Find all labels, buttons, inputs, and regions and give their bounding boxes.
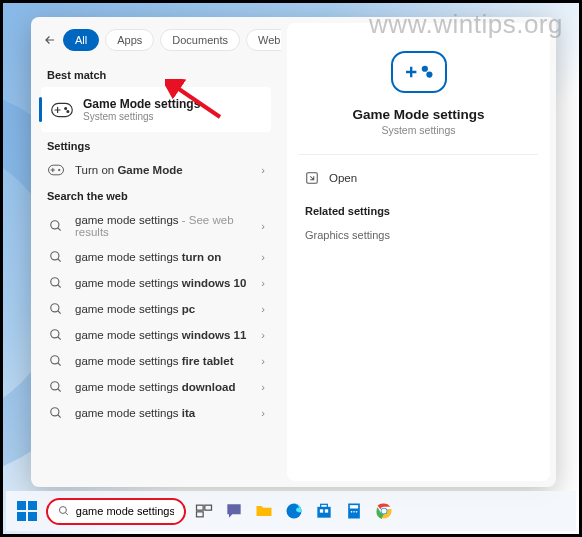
- graphics-settings-link[interactable]: Graphics settings: [303, 225, 534, 245]
- svg-rect-38: [317, 507, 330, 518]
- web-result-item[interactable]: game mode settings pc ›: [31, 296, 281, 322]
- svg-point-13: [51, 278, 59, 286]
- back-button[interactable]: [43, 27, 57, 53]
- chevron-right-icon: ›: [261, 164, 265, 176]
- svg-point-49: [382, 509, 387, 514]
- svg-point-28: [427, 73, 431, 77]
- game-controller-icon: [47, 164, 65, 176]
- edge-icon[interactable]: [282, 499, 306, 523]
- calculator-icon[interactable]: [342, 499, 366, 523]
- search-icon: [47, 354, 65, 368]
- game-controller-icon-large: [391, 51, 447, 93]
- web-result-text: game mode settings ita: [75, 407, 251, 419]
- start-button[interactable]: [14, 498, 40, 524]
- file-explorer-icon[interactable]: [252, 499, 276, 523]
- svg-point-11: [51, 252, 59, 260]
- store-icon[interactable]: [312, 499, 336, 523]
- svg-rect-35: [205, 505, 212, 510]
- web-result-item[interactable]: game mode settings windows 11 ›: [31, 322, 281, 348]
- svg-rect-34: [197, 505, 204, 510]
- search-web-label: Search the web: [31, 182, 281, 208]
- svg-line-33: [65, 512, 67, 514]
- search-icon: [47, 406, 65, 420]
- search-icon: [58, 504, 70, 518]
- svg-rect-43: [350, 505, 358, 508]
- tab-documents[interactable]: Documents: [160, 29, 240, 51]
- search-icon: [47, 219, 65, 233]
- web-result-item[interactable]: game mode settings download ›: [31, 374, 281, 400]
- web-result-text: game mode settings fire tablet: [75, 355, 251, 367]
- web-result-item[interactable]: game mode settings ita ›: [31, 400, 281, 426]
- best-match-title: Game Mode settings: [83, 97, 200, 111]
- best-match-label: Best match: [31, 61, 281, 87]
- filter-tabs-bar: All Apps Documents Web Settings Folders …: [31, 17, 281, 61]
- chevron-right-icon: ›: [261, 329, 265, 341]
- settings-result-text: Turn on Game Mode: [75, 164, 251, 176]
- svg-line-10: [58, 228, 61, 231]
- svg-point-15: [51, 304, 59, 312]
- search-icon: [47, 328, 65, 342]
- svg-line-18: [58, 337, 61, 340]
- taskbar-search-box[interactable]: [46, 498, 186, 525]
- chevron-right-icon: ›: [261, 407, 265, 419]
- svg-point-19: [51, 356, 59, 364]
- open-action[interactable]: Open: [303, 165, 534, 191]
- svg-line-14: [58, 285, 61, 288]
- chevron-right-icon: ›: [261, 220, 265, 232]
- chevron-right-icon: ›: [261, 251, 265, 263]
- chevron-right-icon: ›: [261, 355, 265, 367]
- chevron-right-icon: ›: [261, 277, 265, 289]
- related-settings-label: Related settings: [303, 191, 534, 225]
- details-pane: Game Mode settings System settings Open …: [287, 23, 550, 481]
- svg-rect-36: [197, 512, 204, 517]
- svg-point-3: [65, 107, 67, 109]
- tab-apps[interactable]: Apps: [105, 29, 154, 51]
- svg-point-8: [59, 169, 60, 170]
- tab-web[interactable]: Web: [246, 29, 281, 51]
- svg-point-44: [351, 511, 353, 513]
- search-icon: [47, 380, 65, 394]
- search-icon: [47, 250, 65, 264]
- chevron-right-icon: ›: [261, 303, 265, 315]
- chrome-icon[interactable]: [372, 499, 396, 523]
- details-title: Game Mode settings: [352, 107, 484, 122]
- search-results-panel: All Apps Documents Web Settings Folders …: [31, 17, 556, 487]
- results-left-column: All Apps Documents Web Settings Folders …: [31, 17, 281, 487]
- svg-point-23: [51, 408, 59, 416]
- svg-point-4: [67, 110, 69, 112]
- chat-icon[interactable]: [222, 499, 246, 523]
- svg-point-27: [422, 67, 426, 71]
- search-icon: [47, 276, 65, 290]
- svg-rect-39: [321, 504, 328, 507]
- web-result-text: game mode settings turn on: [75, 251, 251, 263]
- search-icon: [47, 302, 65, 316]
- svg-line-12: [58, 259, 61, 262]
- svg-point-45: [353, 511, 355, 513]
- chevron-right-icon: ›: [261, 381, 265, 393]
- settings-section-label: Settings: [31, 132, 281, 158]
- game-controller-icon: [51, 99, 73, 121]
- settings-result-turn-on[interactable]: Turn on Game Mode ›: [31, 158, 281, 182]
- task-view-icon[interactable]: [192, 499, 216, 523]
- best-match-subtitle: System settings: [83, 111, 200, 122]
- tab-all[interactable]: All: [63, 29, 99, 51]
- svg-point-21: [51, 382, 59, 390]
- web-result-text: game mode settings - See web results: [75, 214, 251, 238]
- svg-rect-40: [320, 509, 323, 512]
- svg-point-32: [59, 507, 66, 514]
- web-result-item[interactable]: game mode settings turn on ›: [31, 244, 281, 270]
- svg-line-16: [58, 311, 61, 314]
- web-result-item[interactable]: game mode settings - See web results ›: [31, 208, 281, 244]
- svg-point-9: [51, 221, 59, 229]
- svg-point-17: [51, 330, 59, 338]
- web-result-item[interactable]: game mode settings windows 10 ›: [31, 270, 281, 296]
- svg-point-46: [356, 511, 358, 513]
- watermark-text: www.wintips.org: [369, 9, 563, 40]
- details-subtitle: System settings: [381, 124, 455, 136]
- web-result-item[interactable]: game mode settings fire tablet ›: [31, 348, 281, 374]
- best-match-result[interactable]: Game Mode settings System settings: [41, 87, 271, 132]
- svg-line-22: [58, 389, 61, 392]
- svg-line-20: [58, 363, 61, 366]
- open-label: Open: [329, 172, 357, 184]
- taskbar-search-input[interactable]: [76, 505, 174, 517]
